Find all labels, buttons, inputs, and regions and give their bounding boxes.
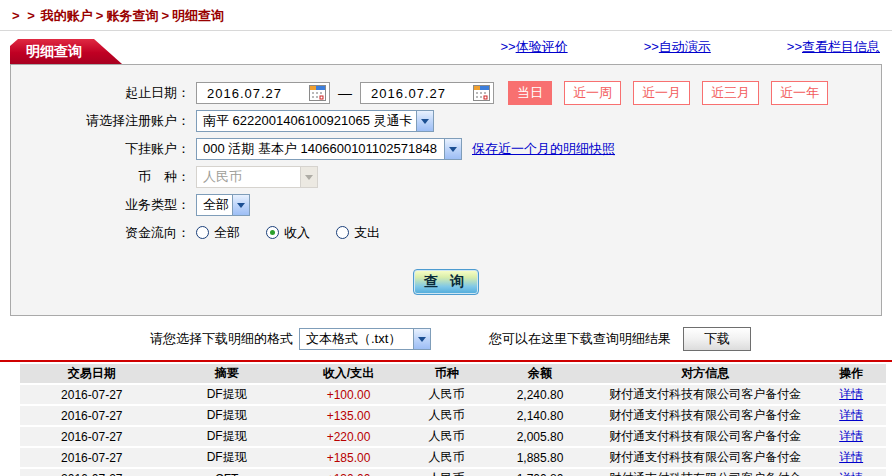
- cell-currency: 人民币: [407, 426, 485, 447]
- breadcrumb-item-2[interactable]: 账务查询: [106, 8, 158, 23]
- fund-flow-row: 资金流向： 全部收入支出: [11, 221, 881, 245]
- currency-row: 币 种： 人民币: [11, 165, 881, 189]
- cell-amount: +135.00: [290, 405, 407, 426]
- download-row: 请您选择下载明细的格式 文本格式（.txt） 您可以在这里下载查询明细结果 下载: [150, 327, 892, 351]
- registered-account-label: 请选择注册账户：: [11, 112, 196, 130]
- cell-balance: 2,140.80: [486, 405, 595, 426]
- flow-option-label: 支出: [354, 224, 380, 242]
- flow-option-label: 收入: [284, 224, 310, 242]
- business-type-row: 业务类型： 全部: [11, 193, 881, 217]
- flow-options: 全部收入支出: [196, 224, 406, 243]
- range-button-5[interactable]: 近一年: [771, 81, 828, 105]
- breadcrumb-separator: >: [96, 8, 104, 23]
- date-from-value: 2016.07.27: [207, 86, 282, 101]
- detail-link[interactable]: 详情: [839, 471, 863, 476]
- breadcrumb-item-1[interactable]: 我的账户: [41, 8, 93, 23]
- calendar-icon[interactable]: [309, 85, 326, 101]
- detail-link[interactable]: 详情: [839, 387, 863, 401]
- download-button[interactable]: 下载: [683, 327, 751, 351]
- chevron-down-icon[interactable]: [444, 139, 461, 159]
- sub-account-select[interactable]: 000 活期 基本户 1406600101102571848: [196, 138, 462, 160]
- header-link-1[interactable]: >>体验评价: [500, 38, 567, 56]
- date-range-label: 起止日期：: [11, 84, 196, 102]
- table-row: 2016-07-27CFT+130.00人民币1,700.80财付通支付科技有限…: [20, 468, 886, 476]
- cell-counterparty: 财付通支付科技有限公司客户备付金: [594, 384, 816, 405]
- table-row: 2016-07-27DF提现+220.00人民币2,005.80财付通支付科技有…: [20, 426, 886, 447]
- column-header: 摘要: [164, 364, 290, 384]
- cell-counterparty: 财付通支付科技有限公司客户备付金: [594, 426, 816, 447]
- detail-link[interactable]: 详情: [839, 429, 863, 443]
- flow-option-2[interactable]: 收入: [266, 224, 310, 242]
- range-button-2[interactable]: 近一周: [564, 81, 621, 105]
- registered-account-select[interactable]: 南平 6222001406100921065 灵通卡: [196, 110, 434, 132]
- download-hint: 您可以在这里下载查询明细结果: [489, 330, 671, 348]
- cell-currency: 人民币: [407, 405, 485, 426]
- range-button-4[interactable]: 近三月: [702, 81, 759, 105]
- chevron-down-icon[interactable]: [232, 195, 249, 215]
- red-divider: [0, 360, 892, 362]
- cell-date: 2016-07-27: [20, 468, 164, 476]
- cell-counterparty: 财付通支付科技有限公司客户备付金: [594, 405, 816, 426]
- radio-checked-icon[interactable]: [266, 226, 279, 239]
- currency-label: 币 种：: [11, 168, 196, 186]
- cell-action: 详情: [816, 426, 886, 447]
- download-format-label: 请您选择下载明细的格式: [150, 330, 293, 348]
- breadcrumb-items: 我的账户>账务查询>明细查询: [41, 8, 224, 23]
- download-format-value: 文本格式（.txt）: [300, 330, 407, 348]
- tab-label: 明细查询: [26, 43, 82, 59]
- save-monthly-snapshot-link[interactable]: 保存近一个月的明细快照: [472, 140, 615, 158]
- cell-amount: +100.00: [290, 384, 407, 405]
- cell-date: 2016-07-27: [20, 384, 164, 405]
- flow-option-1[interactable]: 全部: [196, 224, 240, 242]
- radio-icon[interactable]: [336, 226, 349, 239]
- column-header: 余额: [486, 364, 595, 384]
- range-button-3[interactable]: 近一月: [633, 81, 690, 105]
- breadcrumb-separator: >: [161, 8, 169, 23]
- breadcrumb-item-3[interactable]: 明细查询: [172, 8, 224, 23]
- detail-link[interactable]: 详情: [839, 408, 863, 422]
- currency-value: 人民币: [197, 168, 248, 186]
- header-link-label[interactable]: 查看栏目信息: [802, 39, 880, 54]
- chevron-down-icon[interactable]: [416, 111, 433, 131]
- business-type-select[interactable]: 全部: [196, 194, 250, 216]
- cell-action: 详情: [816, 405, 886, 426]
- header-link-2[interactable]: >>自动演示: [644, 38, 711, 56]
- query-button[interactable]: 查 询: [413, 269, 479, 295]
- flow-option-3[interactable]: 支出: [336, 224, 380, 242]
- cell-balance: 2,005.80: [486, 426, 595, 447]
- chevron-down-icon[interactable]: [413, 329, 430, 349]
- column-header: 币种: [407, 364, 485, 384]
- calendar-icon[interactable]: [473, 85, 490, 101]
- cell-balance: 1,885.80: [486, 447, 595, 468]
- range-button-1[interactable]: 当日: [508, 81, 552, 105]
- column-header: 收入/支出: [290, 364, 407, 384]
- cell-amount: +185.00: [290, 447, 407, 468]
- detail-link[interactable]: 详情: [839, 450, 863, 464]
- table-row: 2016-07-27DF提现+100.00人民币2,240.80财付通支付科技有…: [20, 384, 886, 405]
- radio-icon[interactable]: [196, 226, 209, 239]
- header-row: 明细查询 >>体验评价>>自动演示>>查看栏目信息: [0, 38, 892, 64]
- cell-balance: 1,700.80: [486, 468, 595, 476]
- query-form-panel: 起止日期： 2016.07.27 —: [10, 64, 882, 316]
- date-to-input[interactable]: 2016.07.27: [360, 82, 494, 104]
- header-link-3[interactable]: >>查看栏目信息: [787, 38, 880, 56]
- header-link-label[interactable]: 体验评价: [516, 39, 568, 54]
- tab-detail-query[interactable]: 明细查询: [10, 39, 122, 64]
- cell-currency: 人民币: [407, 447, 485, 468]
- detail-query-page: > >我的账户>账务查询>明细查询 明细查询 >>体验评价>>自动演示>>查看栏…: [0, 0, 892, 476]
- registered-account-row: 请选择注册账户： 南平 6222001406100921065 灵通卡: [11, 109, 881, 133]
- cell-date: 2016-07-27: [20, 405, 164, 426]
- cell-amount: +220.00: [290, 426, 407, 447]
- cell-currency: 人民币: [407, 468, 485, 476]
- chevrons-icon: >>: [787, 39, 802, 54]
- chevrons-icon: >>: [500, 39, 515, 54]
- fund-flow-label: 资金流向：: [11, 224, 196, 242]
- download-format-select[interactable]: 文本格式（.txt）: [299, 328, 431, 350]
- header-link-label[interactable]: 自动演示: [659, 39, 711, 54]
- sub-account-label: 下挂账户：: [11, 140, 196, 158]
- query-row: 查 询: [11, 269, 881, 295]
- currency-select: 人民币: [196, 166, 318, 188]
- column-header: 操作: [816, 364, 886, 384]
- cell-action: 详情: [816, 447, 886, 468]
- date-from-input[interactable]: 2016.07.27: [196, 82, 330, 104]
